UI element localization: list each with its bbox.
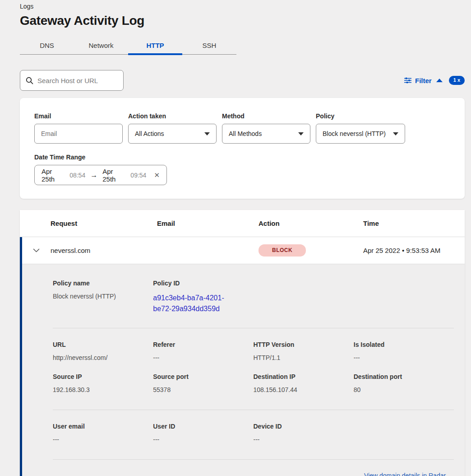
destination-ip-value: 108.156.107.44 bbox=[254, 386, 354, 393]
date-time-range-label: Date Time Range bbox=[34, 154, 450, 161]
action-taken-label: Action taken bbox=[128, 112, 217, 120]
policy-name-value: Block neverssl (HTTP) bbox=[53, 293, 153, 300]
page-title: Gateway Activity Log bbox=[20, 14, 465, 28]
view-in-radar-link[interactable]: View domain details in Radar → bbox=[364, 472, 454, 476]
search-box[interactable] bbox=[20, 70, 124, 91]
policy-label: Policy bbox=[316, 112, 405, 120]
destination-port-label: Destination port bbox=[354, 373, 454, 380]
url-field: URL http://neverssl.com/ bbox=[53, 341, 153, 361]
referer-value: --- bbox=[153, 354, 253, 361]
method-field: Method All Methods bbox=[222, 112, 310, 144]
tab-network[interactable]: Network bbox=[74, 36, 128, 54]
caret-up-icon bbox=[436, 79, 443, 82]
policy-id-label: Policy ID bbox=[153, 280, 253, 287]
date-range-picker[interactable]: Apr 25th 08:54 → Apr 25th 09:54 ✕ bbox=[34, 165, 167, 185]
source-ip-value: 192.168.30.3 bbox=[53, 386, 153, 393]
toolbar: Filter 1 x bbox=[20, 70, 465, 91]
device-id-value: --- bbox=[254, 436, 354, 443]
log-table: Request Email Action Time neverssl.com bbox=[20, 210, 465, 476]
destination-ip-field: Destination IP 108.156.107.44 bbox=[254, 373, 354, 393]
user-section: User email --- User ID --- Device ID --- bbox=[53, 410, 454, 459]
filter-label: Filter bbox=[415, 77, 432, 84]
dropdown-arrow-icon bbox=[298, 132, 304, 135]
email-filter-input[interactable] bbox=[34, 124, 123, 144]
referer-label: Referer bbox=[153, 341, 253, 348]
policy-value: Block neverssl (HTTP) bbox=[323, 130, 386, 137]
end-time: 09:54 bbox=[130, 172, 146, 179]
destination-port-value: 80 bbox=[354, 386, 454, 393]
source-port-field: Source port 55378 bbox=[153, 373, 253, 393]
request-cell: neverssl.com bbox=[51, 247, 157, 254]
is-isolated-field: Is Isolated --- bbox=[354, 341, 454, 361]
user-id-field: User ID --- bbox=[153, 423, 253, 443]
source-port-value: 55378 bbox=[153, 386, 253, 393]
policy-section: Policy name Block neverssl (HTTP) Policy… bbox=[53, 264, 454, 328]
http-details-section: URL http://neverssl.com/ Referer --- HTT… bbox=[53, 328, 454, 410]
action-taken-field: Action taken All Actions bbox=[128, 112, 217, 144]
policy-id-field: Policy ID a91c3eb4-ba7a-4201-be72-29a934… bbox=[153, 280, 253, 314]
expanded-row-group: neverssl.com BLOCK Apr 25 2022 • 9:53:53… bbox=[20, 237, 465, 476]
column-header-time: Time bbox=[363, 219, 465, 227]
column-header-action: Action bbox=[259, 219, 363, 227]
source-ip-label: Source IP bbox=[53, 373, 153, 380]
email-filter-field: Email bbox=[34, 112, 123, 144]
device-id-field: Device ID --- bbox=[254, 423, 354, 443]
dropdown-arrow-icon bbox=[204, 132, 210, 135]
end-date: Apr 25th bbox=[102, 168, 125, 183]
destination-ip-label: Destination IP bbox=[254, 373, 354, 380]
policy-id-link[interactable]: a91c3eb4-ba7a-4201-be72-29a934dd359d bbox=[153, 293, 241, 314]
start-time: 08:54 bbox=[69, 172, 85, 179]
action-cell: BLOCK bbox=[259, 244, 363, 256]
user-id-label: User ID bbox=[153, 423, 253, 430]
column-header-request: Request bbox=[51, 219, 157, 227]
action-taken-select[interactable]: All Actions bbox=[128, 124, 217, 144]
device-id-label: Device ID bbox=[254, 423, 354, 430]
radar-link-row: View domain details in Radar → bbox=[53, 460, 454, 476]
referer-field: Referer --- bbox=[153, 341, 253, 361]
table-row[interactable]: neverssl.com BLOCK Apr 25 2022 • 9:53:53… bbox=[22, 237, 465, 264]
email-filter-label: Email bbox=[34, 112, 123, 120]
method-value: All Methods bbox=[229, 130, 262, 137]
arrow-right-icon: → bbox=[90, 171, 97, 179]
search-input[interactable] bbox=[37, 77, 118, 84]
tab-ssh[interactable]: SSH bbox=[182, 36, 236, 54]
destination-port-field: Destination port 80 bbox=[354, 373, 454, 393]
url-label: URL bbox=[53, 341, 153, 348]
is-isolated-value: --- bbox=[354, 354, 454, 361]
url-value: http://neverssl.com/ bbox=[53, 354, 153, 361]
dropdown-arrow-icon bbox=[393, 132, 398, 135]
date-time-range-field: Date Time Range Apr 25th 08:54 → Apr 25t… bbox=[34, 154, 450, 185]
row-details-panel: Policy name Block neverssl (HTTP) Policy… bbox=[22, 264, 465, 476]
user-email-label: User email bbox=[53, 423, 153, 430]
method-select[interactable]: All Methods bbox=[222, 124, 310, 144]
user-email-field: User email --- bbox=[53, 423, 153, 443]
filter-panel: Email Action taken All Actions Method Al… bbox=[20, 98, 465, 199]
chevron-down-icon bbox=[33, 248, 40, 252]
close-icon[interactable]: ✕ bbox=[154, 171, 160, 179]
user-id-value: --- bbox=[153, 436, 253, 443]
search-icon bbox=[26, 77, 33, 84]
row-expand-toggle[interactable] bbox=[22, 248, 51, 252]
policy-name-field: Policy name Block neverssl (HTTP) bbox=[53, 280, 153, 314]
breadcrumb[interactable]: Logs bbox=[20, 2, 465, 10]
filter-button[interactable]: Filter 1 x bbox=[404, 76, 465, 84]
tab-http[interactable]: HTTP bbox=[128, 36, 182, 54]
source-port-label: Source port bbox=[153, 373, 253, 380]
policy-name-label: Policy name bbox=[53, 280, 153, 287]
http-version-label: HTTP Version bbox=[254, 341, 354, 348]
gateway-activity-log-page: Logs Gateway Activity Log DNS Network HT… bbox=[0, 0, 471, 476]
user-email-value: --- bbox=[53, 436, 153, 443]
method-label: Method bbox=[222, 112, 310, 120]
source-ip-field: Source IP 192.168.30.3 bbox=[53, 373, 153, 393]
filter-sliders-icon bbox=[404, 77, 411, 84]
tab-dns[interactable]: DNS bbox=[20, 36, 74, 54]
policy-select[interactable]: Block neverssl (HTTP) bbox=[316, 124, 405, 144]
column-header-email: Email bbox=[157, 219, 259, 227]
time-cell: Apr 25 2022 • 9:53:53 AM bbox=[363, 247, 465, 254]
http-version-value: HTTP/1.1 bbox=[254, 354, 354, 361]
filter-count-badge[interactable]: 1 x bbox=[449, 76, 465, 84]
tab-bar: DNS Network HTTP SSH bbox=[20, 36, 236, 55]
http-version-field: HTTP Version HTTP/1.1 bbox=[254, 341, 354, 361]
is-isolated-label: Is Isolated bbox=[354, 341, 454, 348]
start-date: Apr 25th bbox=[42, 168, 65, 183]
